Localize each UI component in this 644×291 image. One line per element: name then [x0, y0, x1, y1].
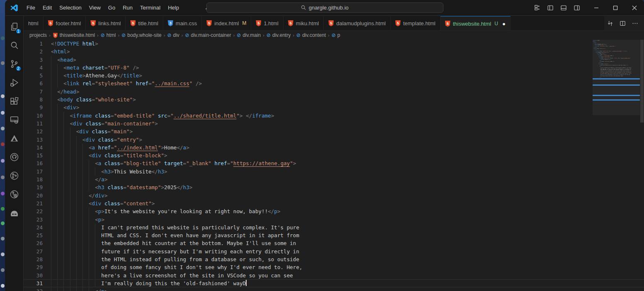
tab-thiswebsite-html[interactable]: 5thiswebsite.htmlU● [441, 16, 511, 30]
breadcrumb-item-projects[interactable]: projects [29, 32, 47, 38]
toggle-primary-sidebar-icon[interactable] [545, 2, 556, 13]
breadcrumb-item-body-whole-site[interactable]: ⊘body.whole-site [121, 32, 162, 38]
breadcrumb-item-div-content[interactable]: ⊘div.content [296, 32, 326, 38]
unsaved-dot-icon[interactable]: ● [502, 21, 506, 27]
activity-item-triangle-extension[interactable] [6, 130, 23, 148]
code-line[interactable]: 14<a href="../index.html">Home</a> [24, 144, 644, 152]
tab-miku-html[interactable]: 5miku.html [283, 16, 324, 30]
open-changes-icon[interactable] [604, 18, 616, 29]
breadcrumb-separator: › [164, 33, 165, 38]
tab-html[interactable]: html [24, 16, 44, 30]
menu-selection[interactable]: Selection [56, 3, 85, 12]
activity-item-github[interactable] [6, 149, 23, 166]
code-token: a [101, 176, 104, 183]
code-line[interactable]: 25HTML and CSS. I don't even have any ja… [24, 231, 644, 239]
maximize-button[interactable] [606, 0, 625, 15]
tab-template-html[interactable]: 5template.html [391, 16, 441, 30]
tab-links-html[interactable]: 5links.html [86, 16, 126, 30]
symbol-element-icon: ⊘ [101, 32, 105, 38]
code-line[interactable]: 1<!DOCTYPE html> [24, 40, 644, 48]
command-center-search[interactable]: gnargle.github.io [206, 2, 443, 13]
code-line[interactable]: 22<p>It's the website you're looking at … [24, 207, 644, 215]
customize-layout-icon[interactable] [531, 2, 543, 13]
code-line[interactable]: 2<html> [24, 48, 644, 55]
code-line[interactable]: 23<p> [24, 216, 644, 224]
code-line[interactable]: 26the embedded hit counter at the bottom… [24, 239, 644, 247]
indent-guides [51, 112, 70, 120]
activity-item-git-graph[interactable] [6, 168, 23, 185]
tab-footer-html[interactable]: 5footer.html [44, 16, 86, 30]
code-token: div [85, 136, 95, 144]
code-line[interactable]: 20</div> [24, 192, 644, 200]
code-line[interactable]: 4<meta charset="UTF-8" /> [24, 64, 644, 72]
code-line[interactable]: 10<iframe class="embed-title" src="../sh… [24, 112, 644, 120]
code-line[interactable]: 6<link rel="stylesheet" href="../main.cs… [24, 79, 644, 87]
activity-item-godot[interactable] [6, 205, 23, 222]
tab-main-css[interactable]: 3main.css [163, 16, 202, 30]
code-line[interactable]: 30here's a live screenshot of the site i… [24, 272, 644, 279]
tab-index-html[interactable]: 5index.htmlM [202, 16, 251, 30]
menu-view[interactable]: View [85, 3, 104, 12]
tab-dalamudplugins-html[interactable]: 5dalamudplugins.html [324, 16, 390, 30]
minimize-button[interactable] [587, 0, 606, 15]
code-line[interactable]: 5<title>Athene.Gay</title> [24, 72, 644, 79]
code-line[interactable]: 28the HTML instead of pulling from a dat… [24, 255, 644, 263]
activity-item-extensions[interactable] [6, 93, 23, 111]
menu-edit[interactable]: Edit [39, 3, 56, 12]
vertical-scrollbar[interactable] [640, 40, 644, 291]
tab-1-html[interactable]: 51.html [251, 16, 283, 30]
code-line[interactable]: 19<h3 class="datestamp">2025</h3> [24, 183, 644, 191]
desktop-icon [1, 284, 5, 288]
activity-item-search[interactable] [6, 37, 23, 55]
indent-guides [51, 263, 101, 271]
code-line[interactable]: 12<div class="main"> [24, 127, 644, 135]
menu-run[interactable]: Run [119, 3, 136, 12]
code-line[interactable]: 17<h3>This Website</h3> [24, 168, 644, 176]
split-editor-icon[interactable] [617, 18, 628, 29]
code-line[interactable]: 9<div> [24, 103, 644, 111]
symbol-element-icon: ⊘ [185, 32, 189, 38]
code-line[interactable]: 21<div class="content"> [24, 200, 644, 207]
close-button[interactable] [625, 0, 644, 15]
breadcrumb-item-p[interactable]: ⊘p [332, 32, 340, 38]
menu-help[interactable]: Help [164, 3, 183, 12]
code-line[interactable]: 8<body class="whole-site"> [24, 96, 644, 103]
code-token: h3 [158, 168, 164, 176]
code-line[interactable]: 7</head> [24, 88, 644, 96]
tab-title-html[interactable]: 5title.html [126, 16, 163, 30]
code-line[interactable]: 15<div class="title-block"> [24, 152, 644, 159]
code-line[interactable]: 29of doing some fancy shit I don't see w… [24, 263, 644, 271]
indent-guides [51, 56, 57, 64]
code-line[interactable]: 16<a class="blog-title" target="_blank" … [24, 159, 644, 167]
code-line[interactable]: 32</p> [24, 287, 644, 291]
code-line[interactable]: 31I'm really doing this the 'old-fashion… [24, 279, 644, 287]
code-line[interactable]: 11<div class="main-container"> [24, 120, 644, 127]
toggle-panel-icon[interactable] [558, 2, 569, 13]
scrollbar-thumb[interactable] [640, 40, 644, 123]
code-line[interactable]: 24I can't pretend this website is partic… [24, 224, 644, 231]
activity-item-run-debug[interactable] [6, 75, 23, 92]
activity-item-remote-explorer[interactable] [6, 112, 23, 129]
code-editor[interactable]: 1<!DOCTYPE html>2<html>3<head>4<meta cha… [24, 40, 644, 291]
more-actions-icon[interactable] [629, 18, 641, 29]
code-line[interactable]: 13<div class="entry"> [24, 136, 644, 144]
activity-item-explorer[interactable]: 1 [6, 19, 23, 36]
activity-item-source-control[interactable]: 2 [6, 56, 23, 73]
code-token: > [139, 136, 142, 144]
menu-go[interactable]: Go [104, 3, 119, 12]
toggle-secondary-sidebar-icon[interactable] [571, 2, 583, 13]
breadcrumb-item-div-main-container[interactable]: ⊘div.main-container [185, 32, 231, 38]
breadcrumb-item-div[interactable]: ⊘div [167, 32, 179, 38]
breadcrumb-item-div-entry[interactable]: ⊘div.entry [266, 32, 291, 38]
code-token [79, 40, 82, 48]
breadcrumb-item-div-main[interactable]: ⊘div.main [237, 32, 261, 38]
code-line[interactable]: 18</a> [24, 176, 644, 183]
code-line[interactable]: 27future if it's necessary but I'm writi… [24, 248, 644, 255]
menu-file[interactable]: File [23, 3, 39, 12]
breadcrumb-item-thiswebsite-html[interactable]: 5thiswebsite.html [53, 32, 95, 38]
activity-item-gitlens[interactable] [6, 186, 23, 204]
menu-terminal[interactable]: Terminal [136, 3, 164, 12]
breadcrumb-item-html[interactable]: ⊘html [101, 32, 116, 38]
minimap[interactable]: <!DOCTYPE html><html> <head> <meta chars… [593, 40, 640, 291]
code-line[interactable]: 3<head> [24, 56, 644, 64]
